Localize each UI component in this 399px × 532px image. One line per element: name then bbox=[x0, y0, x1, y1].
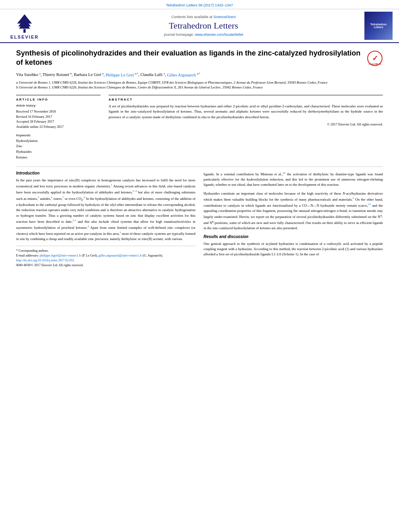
received-date: Received 17 November 2016 bbox=[16, 109, 101, 114]
journal-thumbnail: TetrahedronLetters bbox=[364, 12, 393, 40]
ref3b: 3 bbox=[119, 231, 121, 234]
keywords-label: Keywords: bbox=[16, 134, 101, 137]
ref2-3: 2,3 bbox=[72, 219, 76, 222]
accepted-date: Accepted 20 February 2017 bbox=[16, 119, 101, 124]
journal-top-bar: ELSEVIER Contents lists available at Sci… bbox=[0, 9, 399, 43]
svg-rect-0 bbox=[23, 29, 26, 33]
svg-text:CrossMark: CrossMark bbox=[368, 63, 381, 65]
synthesis-word: synthesis bbox=[247, 242, 260, 246]
article-history-label: Article history: bbox=[16, 104, 101, 107]
journal-center: Contents lists available at ScienceDirec… bbox=[43, 15, 364, 37]
results-title: Results and discussion bbox=[204, 234, 383, 239]
ref1: 1 bbox=[111, 183, 113, 187]
authors: Vita Surzhko a, Thierry Roisnel b, Barba… bbox=[16, 72, 383, 78]
sciencedirect-link[interactable]: ScienceDirect bbox=[214, 15, 236, 19]
body-right-col: ligands. In a seminal contribution by Mi… bbox=[204, 171, 383, 268]
author-philippe-affil: a,*, Claudia Lalli a, bbox=[134, 72, 167, 77]
abstract-heading: ABSTRACT bbox=[109, 98, 383, 101]
affiliations: a Université de Rennes 1, UMR CNRS 6226,… bbox=[16, 80, 383, 90]
author-philippe-link[interactable]: Philippe Le Grel bbox=[106, 72, 134, 77]
doi-line: http://dx.doi.org/10.1016/j.tetlet.2017.… bbox=[16, 258, 195, 263]
section-divider bbox=[16, 166, 383, 167]
article-content: Synthesis of picolinohydrazides and thei… bbox=[0, 43, 399, 273]
article-info-column: ARTICLE INFO Article history: Received 1… bbox=[16, 95, 101, 160]
contents-line: Contents lists available at ScienceDirec… bbox=[43, 15, 364, 19]
journal-homepage: journal homepage: www.elsevier.com/locat… bbox=[43, 33, 364, 37]
body-columns: Introduction In the past years the impor… bbox=[16, 171, 383, 268]
journal-title: Tetrahedron Letters bbox=[43, 21, 364, 31]
ref4: 4 bbox=[87, 225, 89, 228]
email1-link[interactable]: philippe.legrel@univ-rennes1.fr bbox=[40, 254, 81, 257]
elsevier-label: ELSEVIER bbox=[10, 35, 39, 39]
issn-line: 0040-4039/© 2017 Elsevier Ltd. All right… bbox=[16, 263, 195, 268]
ref6: 6 bbox=[51, 196, 53, 199]
keyword-zinc: Zinc bbox=[16, 144, 101, 149]
journal-header: Tetrahedron Letters 58 (2017) 1343–1347 bbox=[0, 0, 399, 9]
article-info-abstract-container: ARTICLE INFO Article history: Received 1… bbox=[16, 95, 383, 160]
results-paragraph1: One general approach to the synthesis of… bbox=[204, 241, 383, 257]
introduction-title: Introduction bbox=[16, 171, 195, 175]
available-date: Available online 22 February 2017 bbox=[16, 124, 101, 129]
affiliation-b: b Université de Rennes 1, UMR CNRS 6226,… bbox=[16, 85, 383, 90]
ref7: 7 bbox=[62, 196, 64, 199]
corresponding-label: * Corresponding authors. bbox=[16, 249, 195, 253]
abstract-column: ABSTRACT A set of picolinohydrazides was… bbox=[109, 95, 383, 160]
crossmark-icon: ✓ CrossMark bbox=[367, 50, 383, 66]
intro-paragraph3: Hydrazides constitute an important class… bbox=[204, 191, 383, 231]
article-info-heading: ARTICLE INFO bbox=[16, 98, 101, 101]
elsevier-logo: ELSEVIER bbox=[6, 12, 43, 39]
ref5: 5 bbox=[38, 196, 39, 199]
author-gilles-link[interactable]: Gilles Argouarch bbox=[167, 72, 196, 77]
abstract-text: A set of picolinohydrazides was prepared… bbox=[109, 104, 383, 120]
ref2-4: 2–4 bbox=[133, 189, 137, 193]
ref8: 8 bbox=[84, 196, 85, 199]
author-gilles-affil: a,* bbox=[196, 72, 200, 77]
svg-text:✓: ✓ bbox=[372, 54, 378, 62]
affiliation-a: a Université de Rennes 1, UMR CNRS 6226,… bbox=[16, 80, 383, 85]
keyword-hydrosilylation: Hydrosilylation bbox=[16, 138, 101, 144]
journal-ref: Tetrahedron Letters 58 (2017) 1343–1347 bbox=[0, 3, 399, 7]
homepage-link[interactable]: www.elsevier.com/locate/tetlet bbox=[195, 33, 243, 37]
body-left-col: Introduction In the past years the impor… bbox=[16, 171, 195, 268]
author-vita: Vita Surzhko a, Thierry Roisnel b, Barba… bbox=[16, 72, 106, 77]
doi-link[interactable]: http://dx.doi.org/10.1016/j.tetlet.2017.… bbox=[16, 259, 74, 262]
keyword-hydrazides: Hydrazides bbox=[16, 149, 101, 155]
copyright: © 2017 Elsevier Ltd. All rights reserved… bbox=[109, 122, 383, 126]
revised-date: Revised 16 February 2017 bbox=[16, 114, 101, 119]
ref4a: 4a bbox=[283, 171, 286, 175]
keyword-ketones: Ketones bbox=[16, 155, 101, 160]
email-section: E-mail addresses: philippe.legrel@univ-r… bbox=[16, 253, 195, 258]
footnote-section: * Corresponding authors. E-mail addresse… bbox=[16, 246, 195, 268]
article-title: Synthesis of picolinohydrazides and thei… bbox=[16, 49, 367, 68]
elsevier-tree-icon bbox=[12, 12, 37, 35]
ref10: 10 bbox=[368, 203, 371, 206]
intro-paragraph1: In the past years the importance of zinc… bbox=[16, 178, 195, 242]
ref9: 9 bbox=[353, 197, 354, 200]
intro-paragraph2: ligands. In a seminal contribution by Mi… bbox=[204, 171, 383, 187]
email2-link[interactable]: gilles.argouarch@univ-rennes1.fr bbox=[99, 254, 142, 257]
article-title-container: Synthesis of picolinohydrazides and thei… bbox=[16, 49, 383, 68]
